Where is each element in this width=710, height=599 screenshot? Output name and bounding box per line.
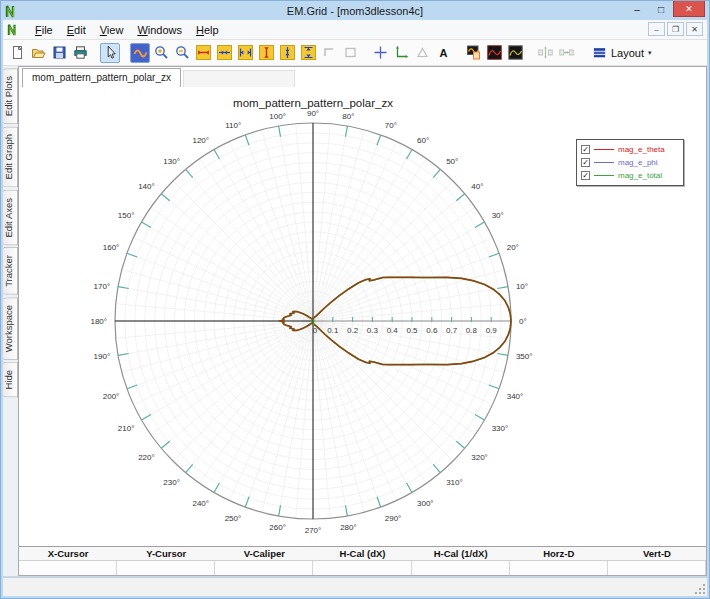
legend-checkbox[interactable]: ✓ [581,171,590,180]
angle-label-350: 350° [516,352,533,361]
toolbar-separator [526,43,535,63]
tab-mom-pattern-pattern-polar-zx[interactable]: mom_pattern_pattern_polar_zx [22,68,181,87]
menu-file[interactable]: File [28,22,60,38]
pointer-button[interactable] [100,43,120,63]
axes-icon [394,45,409,60]
angle-tick [377,135,381,145]
new-document-button[interactable] [7,43,27,63]
plot-area[interactable]: 00.10.20.30.40.50.60.70.80.90°10°20°30°4… [19,87,706,546]
menu-edit[interactable]: Edit [60,22,93,38]
text-a-button[interactable]: A [433,43,453,63]
angle-tick [161,441,169,448]
angle-tick [475,415,484,420]
angle-label-110: 110° [225,121,241,130]
angle-tick [186,464,193,472]
sidebar-tab-tracker[interactable]: Tracker [3,247,18,295]
copy-plot-button[interactable] [463,43,483,63]
save-icon [52,45,67,60]
radial-tick-label: 0.2 [347,326,359,335]
angle-tick [214,483,219,492]
mdi-area: Edit PlotsEdit GraphEdit AxesTrackerWork… [3,66,707,576]
plot-olive-button[interactable] [505,43,525,63]
angle-label-330: 330° [492,424,509,433]
zoom-out-button[interactable] [172,43,192,63]
layout-button[interactable]: Layout▾ [586,44,658,61]
plot-title: mom_pattern_pattern_polar_zx [19,97,607,109]
save-button[interactable] [49,43,69,63]
toolbar-separator [91,43,100,63]
mdi-minimize-button[interactable]: – [648,22,665,36]
fit-y-button[interactable] [298,43,318,63]
angle-label-200: 200° [103,392,120,401]
expand-y-icon [259,45,274,60]
minimize-button[interactable]: – [625,1,649,17]
legend-entry: ✓mag_e_theta [581,143,679,156]
expand-x-button[interactable] [193,43,213,63]
menu-help[interactable]: Help [189,22,226,38]
shrink-y-icon [280,45,295,60]
sidebar-tab-edit-plots[interactable]: Edit Plots [3,68,18,124]
triangle-button [412,43,432,63]
angle-tick [186,169,193,177]
angle-label-310: 310° [446,478,463,487]
legend-checkbox[interactable]: ✓ [581,145,590,154]
radial-tick-label: 0.1 [327,326,339,335]
align-v-button [535,43,555,63]
radial-tick-label: 0.4 [387,326,399,335]
radial-tick-label: 0.8 [466,326,478,335]
sidebar-tab-edit-graph[interactable]: Edit Graph [3,126,18,187]
angle-tick [407,150,412,159]
angle-label-160: 160° [103,243,120,252]
shrink-y-button[interactable] [277,43,297,63]
mdi-restore-button[interactable]: ❐ [667,22,684,36]
sidebar-tab-hide[interactable]: Hide [3,362,18,398]
angle-label-170: 170° [94,282,111,291]
angle-label-80: 80° [342,112,354,121]
angle-label-280: 280° [340,523,357,532]
print-button[interactable] [70,43,90,63]
sidebar-tab-workspace[interactable]: Workspace [3,297,18,360]
legend-label: mag_e_theta [618,145,665,154]
sidebar-tab-edit-axes[interactable]: Edit Axes [3,190,18,246]
menu-bar: FileEditViewWindowsHelp – ❐ ✕ [3,20,707,40]
legend-label: mag_e_phi [618,158,658,167]
expand-y-button[interactable] [256,43,276,63]
axes-button[interactable] [391,43,411,63]
shrink-x-button[interactable] [214,43,234,63]
angle-label-130: 130° [163,157,180,166]
dropdown-caret-icon: ▾ [648,49,652,57]
copy-plot-icon [466,45,481,60]
close-button[interactable]: ✕ [673,1,705,17]
shrink-x-icon [217,45,232,60]
expand-x-icon [196,45,211,60]
align-h-icon [559,45,574,60]
plot-trace-button[interactable] [130,43,150,63]
toolbar-separator [577,43,586,63]
angle-label-50: 50° [446,157,458,166]
plot-red-button[interactable] [484,43,504,63]
angle-label-250: 250° [225,514,242,523]
angle-tick [127,385,137,389]
legend-entry: ✓mag_e_phi [581,156,679,169]
angle-tick [142,222,151,227]
angle-label-340: 340° [507,392,524,401]
mdi-close-button[interactable]: ✕ [686,22,703,36]
plot-olive-icon [508,45,523,60]
angle-tick [377,497,381,507]
menu-windows[interactable]: Windows [130,22,189,38]
resize-grip-icon[interactable] [694,583,706,595]
fit-x-button[interactable] [235,43,255,63]
legend-line-swatch [594,162,614,163]
zoom-in-button[interactable] [151,43,171,63]
angle-tick [142,415,151,420]
legend-checkbox[interactable]: ✓ [581,158,590,167]
angle-label-40: 40° [471,182,483,191]
crosshair-button[interactable] [370,43,390,63]
menu-view[interactable]: View [93,22,131,38]
open-folder-button[interactable] [28,43,48,63]
open-folder-icon [31,45,46,60]
maximize-button[interactable]: □ [649,1,673,17]
angle-tick [497,353,508,355]
angle-tick [433,464,440,472]
minimize-icon: – [634,4,640,15]
